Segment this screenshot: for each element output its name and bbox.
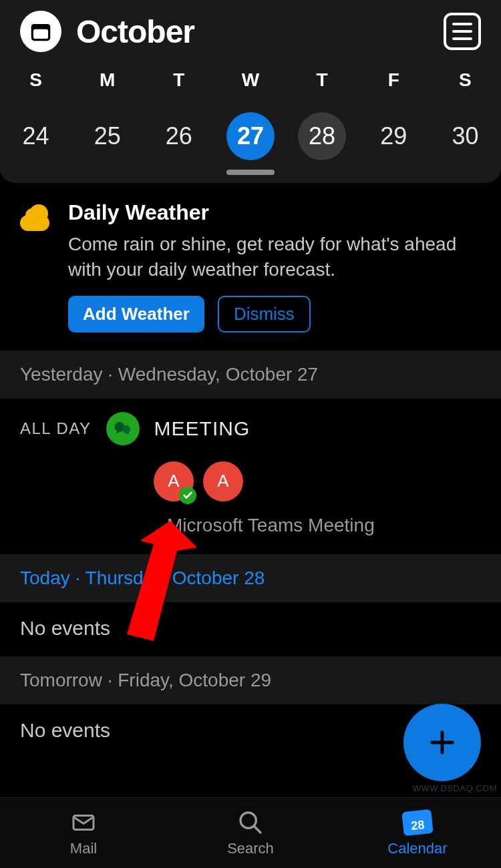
all-day-label: ALL DAY xyxy=(20,419,92,438)
week-drag-handle[interactable] xyxy=(226,170,275,175)
attendee-avatar: A xyxy=(203,461,243,501)
weather-title: Daily Weather xyxy=(68,200,481,225)
day-26[interactable]: 26 xyxy=(155,112,203,160)
chat-icon xyxy=(106,412,140,445)
add-weather-button[interactable]: Add Weather xyxy=(68,296,204,333)
month-title[interactable]: October xyxy=(76,13,194,50)
event-row[interactable]: ALL DAY MEETING A A Microsoft Teams Meet… xyxy=(0,399,501,554)
calendar-icon[interactable] xyxy=(20,11,61,52)
day-24[interactable]: 24 xyxy=(12,112,60,160)
week-strip: S24 M25 T26 W27 T28 F29 S30 xyxy=(0,56,501,160)
nav-search[interactable]: Search xyxy=(167,798,334,868)
dow-wed: W xyxy=(242,69,259,91)
event-title: MEETING xyxy=(154,417,251,440)
dow-sat: S xyxy=(459,69,472,91)
no-events-today: No events xyxy=(0,602,501,656)
day-25[interactable]: 25 xyxy=(84,112,132,160)
day-29[interactable]: 29 xyxy=(369,112,418,160)
nav-calendar[interactable]: 28 Calendar xyxy=(334,798,501,868)
nav-mail-label: Mail xyxy=(70,840,97,857)
menu-button[interactable] xyxy=(444,13,481,50)
nav-mail[interactable]: Mail xyxy=(0,798,167,868)
weather-card: Daily Weather Come rain or shine, get re… xyxy=(0,183,501,350)
mail-icon xyxy=(68,809,99,836)
section-header-today: Today · Thursday, October 28 xyxy=(0,554,501,602)
bottom-nav: Mail Search 28 Calendar xyxy=(0,797,501,868)
nav-search-label: Search xyxy=(227,840,274,857)
dow-sun: S xyxy=(29,69,42,91)
add-event-fab[interactable] xyxy=(403,704,481,781)
accepted-badge-icon xyxy=(179,487,196,504)
weather-description: Come rain or shine, get ready for what's… xyxy=(68,232,481,282)
dow-thu: T xyxy=(317,69,328,91)
dismiss-button[interactable]: Dismiss xyxy=(218,296,311,333)
search-icon xyxy=(235,809,266,836)
nav-calendar-label: Calendar xyxy=(387,840,447,857)
day-30[interactable]: 30 xyxy=(441,112,489,160)
calendar-tab-icon: 28 xyxy=(402,809,433,836)
attendee-avatar: A xyxy=(154,461,194,501)
dow-tue: T xyxy=(173,69,184,91)
weather-icon xyxy=(20,203,52,235)
event-subtitle: Microsoft Teams Meeting xyxy=(167,515,481,536)
day-27-selected[interactable]: 27 xyxy=(226,112,275,160)
dow-mon: M xyxy=(100,69,115,91)
day-28-today[interactable]: 28 xyxy=(298,112,346,160)
dow-fri: F xyxy=(388,69,399,91)
section-header-tomorrow: Tomorrow · Friday, October 29 xyxy=(0,656,501,704)
watermark: WWW.DSDAQ.COM xyxy=(413,783,497,793)
svg-rect-2 xyxy=(33,29,48,39)
section-header-yesterday: Yesterday · Wednesday, October 27 xyxy=(0,350,501,399)
attendee-avatars: A A xyxy=(154,461,481,501)
